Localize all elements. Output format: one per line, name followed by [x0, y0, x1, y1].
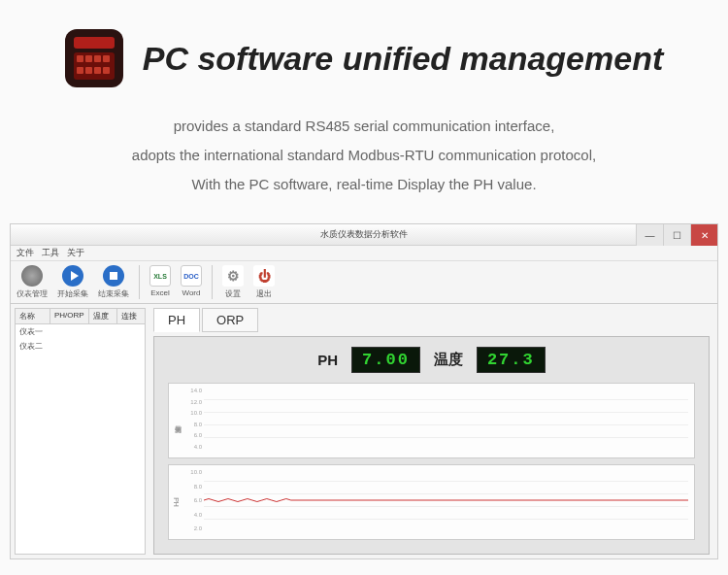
list-item[interactable]: 仪表一	[16, 324, 145, 339]
description: provides a standard RS485 serial communi…	[0, 102, 728, 223]
play-icon	[62, 265, 83, 287]
exit-button[interactable]: 退出	[253, 265, 275, 299]
temp-value: 27.3	[477, 347, 546, 373]
start-capture-button[interactable]: 开始采集	[57, 265, 88, 299]
menu-about[interactable]: 关于	[67, 247, 84, 259]
ylabel: PH	[173, 497, 180, 507]
stop-capture-button[interactable]: 结束采集	[98, 265, 129, 299]
data-line	[204, 500, 688, 501]
ph-value: 7.00	[351, 347, 420, 373]
power-icon	[253, 265, 275, 287]
export-word-button[interactable]: DOC Word	[181, 265, 202, 299]
gear-icon	[222, 265, 244, 287]
export-excel-button[interactable]: XLS Excel	[149, 265, 171, 299]
word-icon: DOC	[181, 265, 202, 287]
titlebar[interactable]: 水质仪表数据分析软件 — ☐ ✕	[11, 224, 717, 246]
plot-area	[204, 388, 688, 450]
list-item[interactable]: 仪表二	[16, 339, 145, 354]
ph-label: PH	[317, 352, 338, 368]
desc-line: provides a standard RS485 serial communi…	[39, 112, 689, 141]
chart-ph: PH 10.0 8.0 6.0 4.0 2.0	[168, 464, 695, 540]
main-panel: PH ORP PH 7.00 温度 27.3 测量值 14.0 12.0 10.…	[149, 304, 717, 558]
yticks: 10.0 8.0 6.0 4.0 2.0	[184, 469, 202, 531]
stop-icon	[103, 265, 124, 287]
tab-bar: PH ORP	[153, 308, 710, 332]
minimize-button[interactable]: —	[636, 224, 663, 246]
menu-tools[interactable]: 工具	[42, 247, 59, 259]
menubar: 文件 工具 关于	[11, 246, 717, 261]
desc-line: With the PC software, real-time Display …	[39, 170, 689, 199]
readout-bar: PH 7.00 温度 27.3	[168, 347, 695, 373]
tab-ph[interactable]: PH	[153, 308, 200, 332]
excel-icon: XLS	[149, 265, 171, 287]
plot-area	[204, 469, 688, 531]
window-title: 水质仪表数据分析软件	[320, 228, 408, 241]
toolbar: 仪表管理 开始采集 结束采集 XLS Excel DOC Word 设置 退出	[11, 261, 717, 304]
settings-button[interactable]: 设置	[222, 265, 244, 299]
tab-orp[interactable]: ORP	[202, 308, 258, 332]
desc-line: adopts the international standard Modbus…	[39, 141, 689, 170]
app-window: 水质仪表数据分析软件 — ☐ ✕ 文件 工具 关于 仪表管理 开始采集 结束采集…	[10, 223, 718, 559]
chart-measurement: 测量值 14.0 12.0 10.0 8.0 6.0 4.0	[168, 383, 695, 458]
app-icon	[65, 29, 123, 87]
instrument-list: 名称 PH/ORP 温度 连接 仪表一 仪表二	[15, 308, 146, 555]
marketing-header: PC software unified management	[0, 0, 728, 102]
instrument-mgmt-button[interactable]: 仪表管理	[17, 265, 48, 299]
close-button[interactable]: ✕	[690, 224, 717, 246]
yticks: 14.0 12.0 10.0 8.0 6.0 4.0	[184, 388, 202, 450]
page-title: PC software unified management	[143, 40, 664, 78]
list-header: 名称 PH/ORP 温度 连接	[16, 309, 145, 324]
menu-file[interactable]: 文件	[17, 247, 34, 259]
maximize-button[interactable]: ☐	[663, 224, 690, 246]
content-panel: PH 7.00 温度 27.3 测量值 14.0 12.0 10.0 8.0 6…	[153, 336, 710, 555]
gauge-icon	[21, 265, 43, 287]
temp-label: 温度	[434, 351, 463, 369]
